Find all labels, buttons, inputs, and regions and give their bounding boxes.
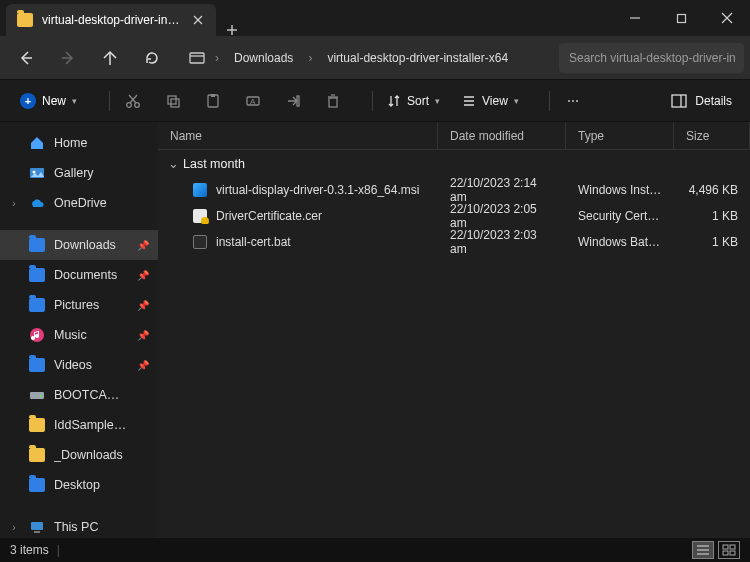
expander-icon: › — [8, 198, 20, 209]
sidebar-item-this-pc[interactable]: ›This PC — [0, 512, 158, 538]
maximize-button[interactable] — [658, 0, 704, 36]
file-size: 4,496 KB — [674, 183, 750, 197]
chevron-down-icon: ⌄ — [168, 156, 179, 171]
pin-icon: 📌 — [136, 300, 150, 311]
sidebar-item-onedrive[interactable]: ›OneDrive — [0, 188, 158, 218]
file-icon — [192, 208, 208, 224]
file-date: 22/10/2023 2:14 am — [438, 176, 566, 204]
file-row[interactable]: DriverCertificate.cer22/10/2023 2:05 amS… — [158, 203, 750, 229]
file-type: Windows Installer ... — [566, 183, 674, 197]
new-label: New — [42, 94, 66, 108]
delete-button[interactable] — [316, 86, 350, 116]
details-icon — [671, 94, 687, 108]
column-date[interactable]: Date modified — [438, 122, 566, 149]
chevron-right-icon[interactable]: › — [208, 51, 226, 65]
sidebar: HomeGallery›OneDrive Downloads📌Documents… — [0, 122, 158, 538]
sidebar-item-bootcamp-c-[interactable]: BOOTCAMP (C:) — [0, 380, 158, 410]
details-view-mode[interactable] — [692, 541, 714, 559]
svg-rect-38 — [34, 531, 40, 533]
copy-button[interactable] — [156, 86, 190, 116]
svg-rect-35 — [30, 392, 44, 399]
svg-rect-42 — [723, 545, 728, 549]
sidebar-item-label: Gallery — [54, 166, 128, 180]
folder-blue-icon — [28, 356, 46, 374]
svg-rect-30 — [672, 95, 686, 107]
address-icon — [188, 49, 206, 67]
file-size: 1 KB — [674, 235, 750, 249]
svg-point-14 — [135, 102, 140, 107]
sidebar-item-home[interactable]: Home — [0, 128, 158, 158]
file-size: 1 KB — [674, 209, 750, 223]
chevron-right-icon[interactable]: › — [301, 51, 319, 65]
paste-button[interactable] — [196, 86, 230, 116]
thumbnail-view-mode[interactable] — [718, 541, 740, 559]
sidebar-item-label: Music — [54, 328, 128, 342]
new-button[interactable]: + New ▾ — [10, 89, 87, 113]
svg-rect-44 — [723, 551, 728, 555]
breadcrumb-current[interactable]: virtual-desktop-driver-installer-x64 — [321, 47, 514, 69]
folder-yellow-icon — [28, 416, 46, 434]
sidebar-item-label: _Downloads — [54, 448, 128, 462]
pin-icon: 📌 — [136, 330, 150, 341]
folder-icon — [16, 11, 34, 29]
search-placeholder: Search virtual-desktop-driver-in — [569, 51, 736, 65]
sidebar-item-label: Downloads — [54, 238, 128, 252]
svg-rect-24 — [329, 98, 337, 107]
sidebar-item-label: BOOTCAMP (C:) — [54, 388, 128, 402]
file-name: install-cert.bat — [216, 235, 291, 249]
file-date: 22/10/2023 2:05 am — [438, 202, 566, 230]
group-header[interactable]: ⌄ Last month — [158, 150, 750, 177]
file-row[interactable]: virtual-display-driver-0.3.1-x86_64.msi2… — [158, 177, 750, 203]
cut-button[interactable] — [116, 86, 150, 116]
svg-rect-17 — [168, 96, 176, 104]
sidebar-item-desktop[interactable]: Desktop — [0, 470, 158, 500]
new-tab-button[interactable] — [216, 24, 248, 36]
sidebar-item-videos[interactable]: Videos📌 — [0, 350, 158, 380]
details-label: Details — [695, 94, 732, 108]
forward-button[interactable] — [48, 42, 88, 74]
sort-label: Sort — [407, 94, 429, 108]
up-button[interactable] — [90, 42, 130, 74]
sidebar-item-documents[interactable]: Documents📌 — [0, 260, 158, 290]
close-window-button[interactable] — [704, 0, 750, 36]
refresh-button[interactable] — [132, 42, 172, 74]
file-date: 22/10/2023 2:03 am — [438, 228, 566, 256]
sidebar-item-pictures[interactable]: Pictures📌 — [0, 290, 158, 320]
svg-rect-18 — [171, 99, 179, 107]
sidebar-item--downloads[interactable]: _Downloads — [0, 440, 158, 470]
close-tab-button[interactable] — [190, 12, 206, 28]
pin-icon: 📌 — [136, 240, 150, 251]
search-input[interactable]: Search virtual-desktop-driver-in — [559, 43, 744, 73]
thispc-icon — [28, 518, 46, 536]
plus-icon: + — [20, 93, 36, 109]
file-row[interactable]: install-cert.bat22/10/2023 2:03 amWindow… — [158, 229, 750, 255]
home-icon — [28, 134, 46, 152]
tab-title: virtual-desktop-driver-installer — [42, 13, 182, 27]
sidebar-item-downloads[interactable]: Downloads📌 — [0, 230, 158, 260]
rename-button[interactable]: A — [236, 86, 270, 116]
back-button[interactable] — [6, 42, 46, 74]
sidebar-item-label: Pictures — [54, 298, 128, 312]
share-button[interactable] — [276, 86, 310, 116]
sidebar-item-music[interactable]: Music📌 — [0, 320, 158, 350]
sidebar-item-iddsampledriver[interactable]: IddSampleDriver — [0, 410, 158, 440]
sort-button[interactable]: Sort ▾ — [379, 90, 448, 112]
details-pane-button[interactable]: Details — [663, 90, 740, 112]
column-type[interactable]: Type — [566, 122, 674, 149]
sidebar-item-label: Home — [54, 136, 128, 150]
chevron-down-icon: ▾ — [435, 96, 440, 106]
music-icon — [28, 326, 46, 344]
sidebar-item-label: Documents — [54, 268, 128, 282]
more-button[interactable]: ⋯ — [556, 86, 590, 116]
folder-blue-icon — [28, 296, 46, 314]
column-size[interactable]: Size — [674, 122, 750, 149]
sort-icon — [387, 94, 401, 108]
column-name[interactable]: Name — [158, 122, 438, 149]
sidebar-item-gallery[interactable]: Gallery — [0, 158, 158, 188]
window-tab[interactable]: virtual-desktop-driver-installer — [6, 4, 216, 36]
sidebar-item-label: OneDrive — [54, 196, 128, 210]
breadcrumb-downloads[interactable]: Downloads — [228, 47, 299, 69]
view-button[interactable]: View ▾ — [454, 90, 527, 112]
file-type: Security Certificate — [566, 209, 674, 223]
minimize-button[interactable] — [612, 0, 658, 36]
